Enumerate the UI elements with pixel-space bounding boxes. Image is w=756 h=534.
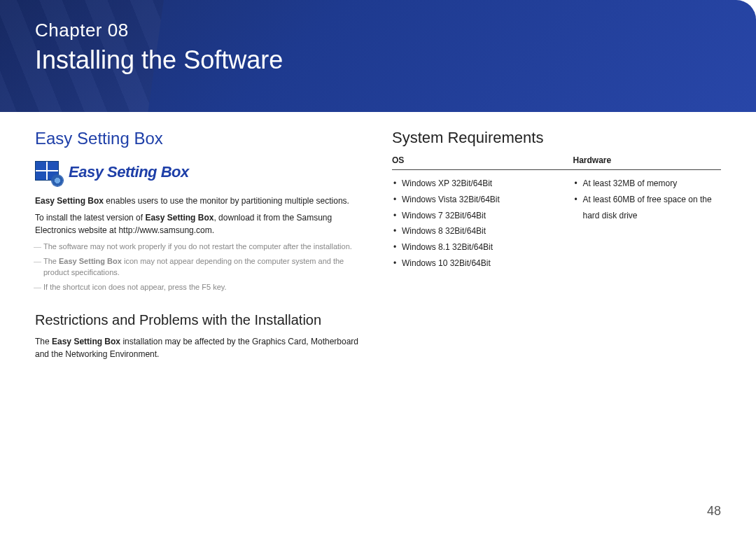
table-body: Windows XP 32Bit/64Bit Windows Vista 32B…	[392, 176, 721, 272]
os-column: Windows XP 32Bit/64Bit Windows Vista 32B…	[392, 176, 573, 272]
hardware-column: At least 32MB of memory At least 60MB of…	[573, 176, 722, 272]
easy-setting-box-logo: Easy Setting Box	[35, 161, 364, 183]
list-item: At least 32MB of memory	[573, 176, 722, 192]
column-header-os: OS	[392, 155, 573, 165]
restrictions-paragraph: The Easy Setting Box installation may be…	[35, 335, 364, 360]
list-item: Windows 8 32Bit/64Bit	[392, 223, 573, 239]
right-column: System Requirements OS Hardware Windows …	[392, 129, 721, 365]
chapter-title: Installing the Software	[35, 45, 721, 75]
easy-setting-box-icon	[35, 161, 62, 183]
list-item: Windows 8.1 32Bit/64Bit	[392, 239, 573, 255]
list-item: At least 60MB of free space on the hard …	[573, 192, 722, 224]
easy-setting-box-logo-text: Easy Setting Box	[69, 163, 189, 181]
subsection-heading-restrictions: Restrictions and Problems with the Insta…	[35, 312, 364, 328]
page-number: 48	[707, 504, 721, 519]
list-item: Windows XP 32Bit/64Bit	[392, 176, 573, 192]
list-item: Windows 10 32Bit/64Bit	[392, 255, 573, 272]
table-header-row: OS Hardware	[392, 155, 721, 170]
left-column: Easy Setting Box Easy Setting Box Easy S…	[35, 129, 364, 365]
list-item: Windows Vista 32Bit/64Bit	[392, 192, 573, 208]
section-heading-system-requirements: System Requirements	[392, 129, 721, 147]
requirements-table: OS Hardware Windows XP 32Bit/64Bit Windo…	[392, 155, 721, 272]
hardware-list: At least 32MB of memory At least 60MB of…	[573, 176, 722, 223]
list-item: Windows 7 32Bit/64Bit	[392, 208, 573, 224]
page-content: Easy Setting Box Easy Setting Box Easy S…	[0, 112, 756, 365]
product-name: Easy Setting Box	[35, 196, 104, 206]
note-restart: The software may not work properly if yo…	[43, 241, 364, 253]
chapter-banner: Chapter 08 Installing the Software	[0, 0, 756, 112]
gear-icon	[52, 175, 63, 186]
section-heading-easy-setting-box: Easy Setting Box	[35, 129, 364, 148]
os-list: Windows XP 32Bit/64Bit Windows Vista 32B…	[392, 176, 573, 272]
intro-paragraph-2: To install the latest version of Easy Se…	[35, 211, 364, 237]
intro-paragraph-1: Easy Setting Box enables users to use th…	[35, 195, 364, 207]
note-icon-missing: The Easy Setting Box icon may not appear…	[43, 255, 364, 279]
chapter-label: Chapter 08	[35, 20, 721, 41]
note-f5: If the shortcut icon does not appear, pr…	[43, 281, 364, 293]
column-header-hardware: Hardware	[573, 155, 722, 165]
